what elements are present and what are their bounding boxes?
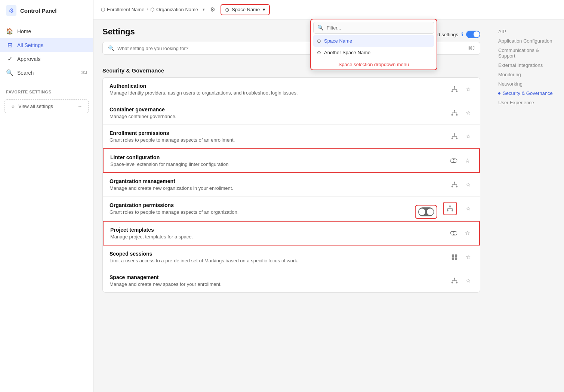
svg-rect-47	[455, 257, 457, 260]
svg-rect-14	[454, 133, 455, 135]
row-desc: Manage project templates for a space.	[110, 234, 444, 240]
row-info: Organization permissions Grant roles to …	[110, 202, 439, 215]
breadcrumb-organization[interactable]: ⬡ Organization Name	[150, 7, 198, 12]
sidebar-item-approvals[interactable]: ✓ Approvals	[0, 52, 93, 66]
sidebar-divider	[0, 82, 93, 82]
dropdown-item-space-name[interactable]: ⊙ Space Name	[313, 35, 434, 47]
star-icon[interactable]: ☆	[463, 252, 473, 262]
table-row: Project templates Manage project templat…	[103, 221, 480, 246]
space-level-icon[interactable]	[449, 155, 459, 166]
row-title: Space management	[110, 274, 445, 280]
row-desc: Manage and create new spaces for your en…	[110, 281, 445, 287]
row-info: Project templates Manage project templat…	[110, 227, 444, 240]
gear-icon[interactable]: ⚙	[207, 4, 218, 15]
filter-search-icon: 🔍	[317, 25, 324, 31]
svg-rect-48	[454, 278, 455, 279]
breadcrumb: ⬡ Enrollment Name / ⬡ Organization Name	[101, 7, 200, 12]
filter-input[interactable]	[327, 25, 430, 31]
svg-rect-44	[452, 254, 454, 257]
row-desc: Manage identity providers, assign users …	[110, 90, 445, 96]
org-level-icon[interactable]	[445, 203, 455, 214]
row-icons: Space icon indicates a space level setti…	[443, 202, 473, 215]
org-level-icon[interactable]	[449, 275, 460, 286]
row-title: Enrollment permissions	[110, 130, 445, 136]
star-icon[interactable]: ☆	[463, 131, 473, 142]
sidebar-item-label: Home	[17, 28, 31, 34]
breadcrumb-enrollment[interactable]: ⬡ Enrollment Name	[101, 7, 144, 12]
dropdown-filter[interactable]: 🔍	[313, 22, 434, 34]
org-level-icon[interactable]	[449, 108, 460, 118]
right-nav-ux[interactable]: User Experience	[495, 98, 558, 107]
org-level-icon[interactable]	[449, 179, 460, 190]
row-icons: ☆	[449, 155, 472, 166]
row-icons: ☆	[449, 108, 473, 118]
right-nav-aip[interactable]: AIP	[495, 27, 558, 36]
sidebar-item-search[interactable]: 🔍 Search ⌘J	[0, 66, 93, 80]
space-name-label: Space Name	[232, 7, 260, 12]
sidebar-item-label: Approvals	[17, 56, 40, 62]
svg-point-39	[419, 209, 425, 215]
svg-rect-31	[449, 206, 451, 207]
space-selector-button[interactable]: ⊙ Space Name ▾	[221, 4, 270, 15]
show-locked-toggle[interactable]	[466, 31, 480, 38]
sidebar-item-home[interactable]: 🏠 Home	[0, 24, 93, 38]
row-desc: Grant roles to people to manage aspects …	[110, 137, 445, 143]
row-title: Organization management	[110, 178, 445, 184]
star-icon[interactable]: ☆	[462, 228, 472, 238]
star-icon[interactable]: ☆	[463, 179, 473, 190]
svg-point-40	[427, 209, 434, 215]
star-icon[interactable]: ☆	[462, 155, 472, 166]
check-icon: ✓	[6, 55, 13, 62]
space-dropdown: 🔍 ⊙ Space Name ⊙ Another Space Name Spac…	[310, 19, 437, 70]
page-title: Settings	[102, 27, 135, 37]
view-all-settings-button[interactable]: ☆ View all settings →	[4, 99, 89, 113]
row-desc: Space-level extension for managing linte…	[110, 161, 444, 167]
row-info: Organization management Manage and creat…	[110, 178, 445, 191]
right-sidebar: AIP Application Configuration Communicat…	[489, 19, 564, 392]
space-level-icon[interactable]	[449, 228, 459, 238]
row-icons: ☆	[449, 275, 473, 286]
svg-rect-0	[454, 86, 455, 88]
row-icons: ☆	[449, 228, 472, 238]
right-nav-app-config[interactable]: Application Configuration	[495, 36, 558, 46]
right-nav-networking[interactable]: Networking	[495, 79, 558, 89]
row-desc: Limit a user's access to a pre-defined s…	[110, 258, 445, 263]
arrow-icon: →	[77, 104, 82, 109]
star-icon[interactable]: ☆	[463, 108, 473, 118]
svg-point-42	[450, 232, 454, 235]
settings-card: Authentication Manage identity providers…	[102, 77, 480, 293]
enrollment-icon: ⬡	[101, 7, 105, 12]
sidebar-nav: 🏠 Home ⊞ All Settings ✓ Approvals 🔍 Sear…	[0, 21, 93, 119]
big-space-icon-box	[415, 205, 437, 219]
control-panel-logo: ⚙	[6, 5, 16, 16]
breadcrumb-separator: /	[147, 7, 148, 12]
star-icon: ☆	[11, 104, 15, 109]
right-nav-external[interactable]: External Integrations	[495, 61, 558, 70]
home-icon: 🏠	[6, 28, 13, 35]
table-row: Container governance Manage container go…	[103, 101, 480, 125]
table-row: Organization permissions Grant roles to …	[103, 197, 480, 221]
svg-rect-45	[455, 254, 457, 257]
dropdown-item-another-space[interactable]: ⊙ Another Space Name	[313, 47, 434, 58]
svg-rect-46	[452, 257, 454, 260]
sidebar-title: Control Panel	[20, 7, 57, 14]
right-nav-monitoring[interactable]: Monitoring	[495, 70, 558, 79]
search-icon: 🔍	[6, 69, 13, 76]
space-item-icon-2: ⊙	[317, 50, 321, 55]
breadcrumb-chevron[interactable]: ▾	[203, 7, 205, 12]
info-icon: ℹ	[461, 31, 463, 37]
sidebar-item-all-settings[interactable]: ⊞ All Settings	[0, 38, 93, 52]
star-icon[interactable]: ☆	[463, 275, 473, 286]
right-nav-comms[interactable]: Communications & Support	[495, 46, 558, 61]
star-icon[interactable]: ☆	[463, 203, 473, 214]
star-icon[interactable]: ☆	[463, 84, 473, 95]
svg-point-23	[454, 159, 457, 163]
space-toggle-icon: ⊙	[225, 7, 229, 13]
org-level-icon[interactable]	[449, 131, 460, 142]
table-row: Organization management Manage and creat…	[103, 173, 480, 197]
org-level-icon[interactable]	[449, 84, 460, 95]
right-nav-security[interactable]: Security & Governance	[495, 89, 558, 98]
org2-level-icon[interactable]	[449, 252, 460, 262]
row-info: Space management Manage and create new s…	[110, 274, 445, 287]
row-title: Scoped sessions	[110, 251, 445, 257]
